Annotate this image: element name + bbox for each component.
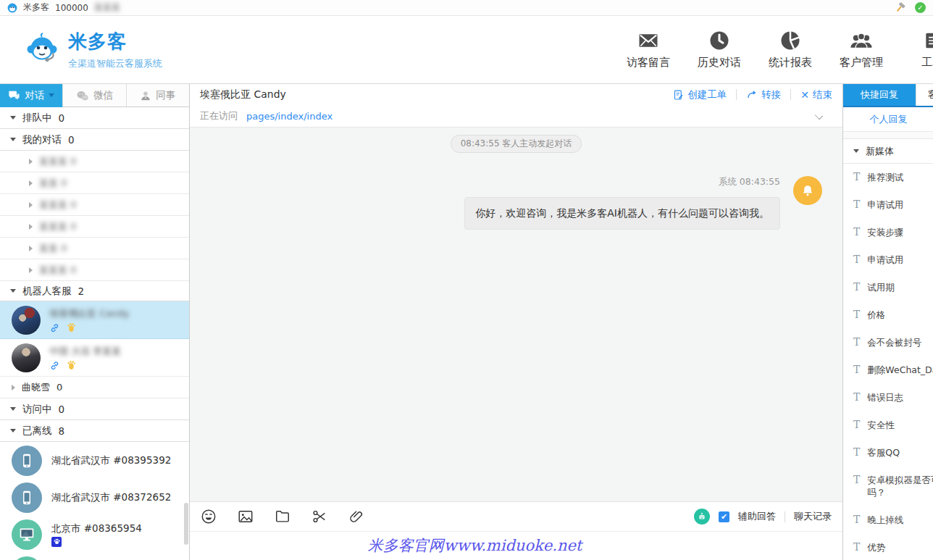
avatar	[12, 343, 41, 372]
section-my-dialogs[interactable]: 我的对话 0	[0, 129, 189, 151]
brand-name: 米多客	[68, 29, 162, 54]
message-row: 系统 08:43:55 你好，欢迎咨询，我是米多客AI机器人，有什么问题可以咨询…	[190, 176, 822, 230]
end-chat-button[interactable]: ✕ 结束	[800, 88, 832, 101]
chat-bubbles-icon	[8, 90, 20, 101]
tab-quick-reply[interactable]: 快捷回复	[843, 84, 916, 106]
quick-reply-item[interactable]: T错误日志	[843, 384, 933, 411]
sidebar-scrollbar[interactable]	[184, 503, 188, 545]
caret-down-icon	[853, 149, 859, 153]
image-icon[interactable]	[238, 509, 254, 525]
message-meta: 系统 08:43:55	[719, 176, 780, 188]
quick-reply-item[interactable]: T晚上掉线	[843, 506, 933, 534]
visiting-page-link[interactable]: pages/index/index	[246, 111, 332, 122]
quick-reply-item[interactable]: T试用期	[843, 274, 933, 301]
agent-row[interactable]: 某某某 0	[0, 216, 189, 238]
close-x-icon: ✕	[800, 89, 809, 101]
text-snippet-icon: T	[853, 514, 860, 525]
text-snippet-icon: T	[853, 281, 860, 293]
section-new-media[interactable]: 新媒体	[843, 138, 933, 164]
quick-reply-item[interactable]: T客服QQ	[843, 439, 933, 467]
agent-row[interactable]: 某某 0	[0, 238, 189, 259]
quick-reply-item[interactable]: T申请试用	[843, 246, 933, 274]
folder-icon[interactable]	[275, 509, 290, 525]
section-robot-service[interactable]: 机器人客服 2	[0, 281, 189, 301]
caret-right-icon	[12, 385, 15, 390]
quick-reply-item[interactable]: T推荐测试	[843, 164, 933, 191]
visiting-label: 正在访问	[200, 109, 238, 122]
agent-row-quxiaoxue[interactable]: 曲晓雪 0	[0, 377, 189, 398]
sidebar-tabs: 对话 微信 同事	[0, 84, 189, 107]
conversation-item-selected[interactable]: 埃塞俄比亚 Candy	[0, 301, 189, 339]
nav-visitor-messages[interactable]: 访客留言	[620, 30, 677, 70]
quick-reply-item[interactable]: T价格	[843, 301, 933, 329]
agent-row[interactable]: 某某某 0	[0, 194, 189, 216]
divider	[790, 89, 791, 100]
create-workorder-button[interactable]: 创建工单	[673, 88, 727, 101]
nav-statistics[interactable]: 统计报表	[762, 30, 819, 70]
text-snippet-icon: T	[853, 198, 860, 210]
text-snippet-icon: T	[853, 541, 860, 553]
text-snippet-icon: T	[853, 474, 860, 485]
agent-row[interactable]: 某某某 0	[0, 259, 189, 281]
offline-visitor-row[interactable]: 湖北省武汉市 #08395392	[0, 442, 189, 479]
transfer-button[interactable]: 转接	[746, 88, 781, 101]
brand-logo: 米多客 全渠道智能云客服系统	[25, 29, 162, 70]
chat-panel: 埃塞俄比亚 Candy 创建工单 转接 ✕ 结束 正在访问	[190, 84, 842, 560]
caret-down-icon	[10, 116, 16, 120]
titlebar-user-name: 某某某	[94, 1, 120, 14]
section-queue[interactable]: 排队中 0	[0, 107, 189, 129]
paperclip-icon[interactable]	[348, 509, 364, 525]
section-offline[interactable]: 已离线 8	[0, 420, 189, 442]
agent-row[interactable]: 某某某 0	[0, 151, 189, 172]
offline-visitor-row[interactable]: 湖北省武汉市 #08372652	[0, 479, 189, 516]
online-status-icon[interactable]: ✓	[915, 2, 926, 13]
caret-down-icon	[10, 138, 16, 141]
divider	[785, 511, 785, 522]
caret-right-icon	[29, 246, 33, 251]
text-snippet-icon: T	[853, 309, 860, 320]
text-snippet-icon: T	[853, 391, 860, 403]
quick-reply-item[interactable]: T删除WeChat_Data	[843, 356, 933, 384]
quick-reply-item[interactable]: T申请试用	[843, 191, 933, 219]
text-snippet-icon: T	[853, 171, 860, 183]
message-input-area[interactable]: 米多客官网www.miduoke.net	[190, 531, 842, 560]
message-area: 08:43:55 客人主动发起对话 系统 08:43:55 你好，欢迎咨询，我是…	[190, 128, 842, 501]
offline-visitor-row-partial[interactable]	[0, 553, 189, 560]
subtab-personal-reply[interactable]: 个人回复	[843, 107, 933, 132]
desktop-device-icon	[12, 556, 42, 560]
app-header: 米多客 全渠道智能云客服系统 访客留言 历史对话 统计报表 客户管理 工单	[0, 16, 933, 83]
tab-dialog[interactable]: 对话	[0, 84, 63, 107]
baidu-paw-icon	[51, 537, 62, 547]
hammer-icon[interactable]	[894, 1, 906, 14]
quick-reply-item[interactable]: T安装步骤	[843, 219, 933, 246]
nav-workorder[interactable]: 工单	[904, 30, 933, 70]
tab-wechat[interactable]: 微信	[63, 84, 126, 107]
tab-customer-info[interactable]: 客户信息	[916, 84, 933, 106]
offline-visitor-row[interactable]: 北京市 #08365954	[0, 516, 189, 553]
tab-colleagues[interactable]: 同事	[127, 84, 189, 107]
chat-history-button[interactable]: 聊天记录	[794, 510, 832, 523]
ai-robot-icon[interactable]	[694, 509, 710, 525]
quick-reply-item[interactable]: T安全性	[843, 411, 933, 439]
brand-slogan: 全渠道智能云客服系统	[68, 57, 162, 70]
mail-icon	[637, 30, 660, 51]
quick-reply-item[interactable]: T安卓模拟器是否可以 吗？	[843, 467, 933, 506]
assist-answer-checkbox[interactable]: ✔	[719, 511, 729, 522]
chevron-down-icon[interactable]	[815, 112, 823, 120]
nav-customer-management[interactable]: 客户管理	[833, 30, 890, 70]
sidebar: 对话 微信 同事 排队中 0 我的对话 0 某某某 0 某某 0 某某某 0 某…	[0, 84, 190, 560]
visiting-bar: 正在访问 pages/index/index	[190, 105, 842, 128]
section-visiting[interactable]: 访问中 0	[0, 398, 189, 420]
system-event-pill: 08:43:55 客人主动发起对话	[451, 135, 582, 153]
caret-right-icon	[29, 159, 33, 164]
agent-row[interactable]: 某某 0	[0, 172, 189, 194]
conversation-item[interactable]: 中国 大连 李某某	[0, 339, 189, 377]
emoji-icon[interactable]	[201, 509, 217, 525]
text-snippet-icon: T	[853, 226, 860, 238]
quick-reply-item[interactable]: T优势	[843, 534, 933, 560]
system-bell-avatar-icon	[793, 176, 822, 205]
scissors-icon[interactable]	[311, 509, 327, 525]
quick-reply-item[interactable]: T会不会被封号	[843, 329, 933, 356]
nav-history-chats[interactable]: 历史对话	[691, 30, 748, 70]
quick-reply-panel: 快捷回复 客户信息 个人回复 新媒体 T推荐测试 T申请试用 T安装步骤 T申请…	[842, 84, 933, 560]
